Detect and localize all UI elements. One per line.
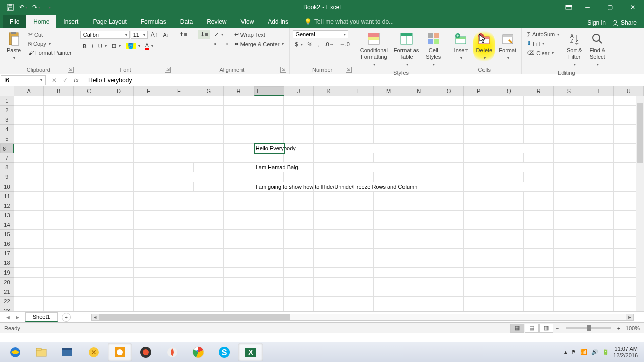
- row-header-13[interactable]: 13: [0, 211, 14, 220]
- cell-K6[interactable]: [314, 144, 344, 153]
- tab-insert[interactable]: Insert: [56, 15, 86, 28]
- cell-D19[interactable]: [104, 268, 134, 278]
- cell-O12[interactable]: [434, 201, 464, 211]
- cell-G6[interactable]: [194, 144, 224, 153]
- cell-I18[interactable]: [254, 258, 284, 268]
- column-header-O[interactable]: O: [434, 86, 464, 96]
- cell-F8[interactable]: [164, 163, 194, 172]
- column-header-A[interactable]: A: [14, 86, 44, 96]
- cell-T18[interactable]: [584, 258, 614, 268]
- cell-N15[interactable]: [404, 230, 434, 239]
- cell-F19[interactable]: [164, 268, 194, 278]
- cell-Q2[interactable]: [494, 106, 524, 115]
- qat-save[interactable]: [4, 2, 16, 13]
- cell-F22[interactable]: [164, 297, 194, 306]
- cell-J1[interactable]: [284, 96, 314, 106]
- sheet-nav-prev[interactable]: ◄: [5, 314, 11, 320]
- cell-J18[interactable]: [284, 258, 314, 268]
- row-header-10[interactable]: 10: [0, 182, 14, 192]
- cell-L2[interactable]: [344, 106, 374, 115]
- cell-C7[interactable]: [74, 153, 104, 163]
- cell-P20[interactable]: [464, 278, 494, 287]
- cell-D8[interactable]: [104, 163, 134, 172]
- cell-A18[interactable]: [14, 258, 44, 268]
- cell-D15[interactable]: [104, 230, 134, 239]
- enter-formula[interactable]: ✓: [60, 75, 70, 85]
- cell-H13[interactable]: [224, 211, 254, 220]
- cell-N22[interactable]: [404, 297, 434, 306]
- cell-S13[interactable]: [554, 211, 584, 220]
- cell-R10[interactable]: [524, 182, 554, 192]
- cell-K7[interactable]: [314, 153, 344, 163]
- alignment-launcher[interactable]: ⇲: [280, 67, 286, 73]
- cell-P8[interactable]: [464, 163, 494, 172]
- cell-E2[interactable]: [134, 106, 164, 115]
- cell-N6[interactable]: [404, 144, 434, 153]
- cell-A8[interactable]: [14, 163, 44, 172]
- cell-F5[interactable]: [164, 134, 194, 144]
- cell-O16[interactable]: [434, 239, 464, 249]
- underline-button[interactable]: U▾: [96, 42, 109, 50]
- cell-B8[interactable]: [44, 163, 74, 172]
- row-header-9[interactable]: 9: [0, 172, 14, 182]
- cell-K13[interactable]: [314, 211, 344, 220]
- cell-S21[interactable]: [554, 287, 584, 297]
- cell-K22[interactable]: [314, 297, 344, 306]
- cell-K2[interactable]: [314, 106, 344, 115]
- cell-E20[interactable]: [134, 278, 164, 287]
- cell-T20[interactable]: [584, 278, 614, 287]
- cell-R19[interactable]: [524, 268, 554, 278]
- ribbon-display-options[interactable]: [561, 0, 576, 14]
- cell-Q21[interactable]: [494, 287, 524, 297]
- cell-G21[interactable]: [194, 287, 224, 297]
- find-select-button[interactable]: Find & Select▾: [587, 30, 608, 69]
- row-header-5[interactable]: 5: [0, 134, 14, 144]
- close-button[interactable]: ✕: [621, 0, 644, 14]
- row-header-21[interactable]: 21: [0, 287, 14, 297]
- cell-P16[interactable]: [464, 239, 494, 249]
- cell-G10[interactable]: [194, 182, 224, 192]
- cell-K3[interactable]: [314, 115, 344, 125]
- cell-Q6[interactable]: [494, 144, 524, 153]
- cell-D21[interactable]: [104, 287, 134, 297]
- cell-E4[interactable]: [134, 125, 164, 134]
- cell-I17[interactable]: [254, 249, 284, 258]
- column-header-E[interactable]: E: [134, 86, 164, 96]
- cell-E17[interactable]: [134, 249, 164, 258]
- wrap-text-button[interactable]: ↩Wrap Text: [232, 30, 286, 39]
- font-launcher[interactable]: ⇲: [165, 67, 171, 73]
- cell-K8[interactable]: [314, 163, 344, 172]
- cell-I14[interactable]: [254, 220, 284, 230]
- sheet-nav-next[interactable]: ►: [15, 314, 20, 320]
- cell-L13[interactable]: [344, 211, 374, 220]
- cell-I3[interactable]: [254, 115, 284, 125]
- cell-F18[interactable]: [164, 258, 194, 268]
- decrease-font[interactable]: A↓: [161, 31, 171, 39]
- tab-file[interactable]: File: [3, 15, 26, 28]
- qat-redo[interactable]: ↷▾: [30, 2, 42, 13]
- cell-A7[interactable]: [14, 153, 44, 163]
- tab-data[interactable]: Data: [173, 15, 200, 28]
- cell-T9[interactable]: [584, 172, 614, 182]
- cell-T8[interactable]: [584, 163, 614, 172]
- cell-Q23[interactable]: [494, 306, 524, 311]
- sort-filter-button[interactable]: AZSort & Filter▾: [564, 30, 585, 69]
- cell-H4[interactable]: [224, 125, 254, 134]
- cell-R4[interactable]: [524, 125, 554, 134]
- cell-I22[interactable]: [254, 297, 284, 306]
- cell-R13[interactable]: [524, 211, 554, 220]
- cell-G20[interactable]: [194, 278, 224, 287]
- cell-P15[interactable]: [464, 230, 494, 239]
- tray-clock[interactable]: 11:07 AM 12/2/2016: [613, 346, 638, 359]
- cell-H16[interactable]: [224, 239, 254, 249]
- cell-H9[interactable]: [224, 172, 254, 182]
- cell-Q20[interactable]: [494, 278, 524, 287]
- cell-T4[interactable]: [584, 125, 614, 134]
- cell-M11[interactable]: [374, 192, 404, 201]
- cell-M9[interactable]: [374, 172, 404, 182]
- cell-B6[interactable]: [44, 144, 74, 153]
- column-header-H[interactable]: H: [224, 86, 254, 96]
- scroll-left[interactable]: ◄: [92, 314, 99, 320]
- cell-P11[interactable]: [464, 192, 494, 201]
- cell-N18[interactable]: [404, 258, 434, 268]
